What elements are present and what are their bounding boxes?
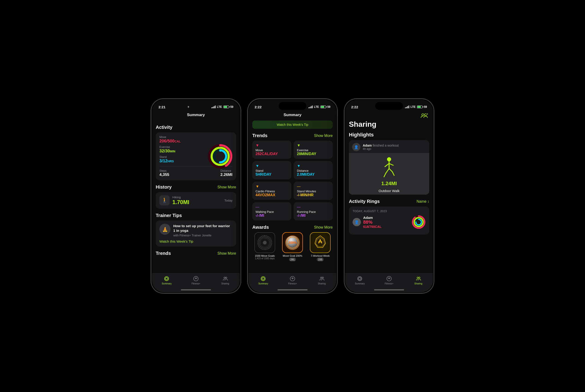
activity-rings-section[interactable]: TODAY, AUGUST 7, 2023 👤 Adam 88% 618/700…: [349, 206, 429, 234]
tab-fitness-2[interactable]: Fitness+: [278, 276, 307, 285]
trends-show-more-2[interactable]: Show More: [314, 134, 333, 138]
award-200pct-label: Move Goal 200%: [283, 254, 302, 257]
svg-point-21: [261, 276, 265, 281]
highlight-card[interactable]: 👤 Adam finished a workout 4h ago: [349, 140, 429, 194]
battery-pct-1: 59: [230, 105, 233, 108]
home-indicator-3: [374, 289, 404, 290]
trend-exercise-value: 28MIN/DAY: [297, 152, 330, 156]
trainer-tip-link[interactable]: Watch this Week's Tip: [159, 240, 232, 243]
activity-header: Activity: [156, 125, 236, 130]
summary-tab-icon-1: [164, 276, 169, 282]
fitness-tab-icon-2: [290, 276, 295, 282]
move-label: Move: [159, 136, 181, 139]
ar-person-name: Adam: [363, 216, 409, 220]
tab-fitness-1[interactable]: Fitness+: [181, 276, 211, 285]
trend-distance-arrow: ▼: [297, 164, 330, 168]
trend-cardio[interactable]: ▼ Cardio Fitness 44VO2MAX: [252, 182, 291, 200]
screen-title-1: Summary: [156, 111, 236, 120]
phone-3: 2:22 ✈ LTE 59: [344, 98, 434, 294]
trend-standmin-label: Stand Minutes: [297, 190, 330, 193]
lte-2: LTE: [314, 105, 319, 108]
trainer-tips-header: Trainer Tips: [156, 213, 236, 218]
svg-point-32: [387, 157, 391, 161]
svg-line-38: [389, 168, 392, 172]
history-date: Today: [224, 199, 232, 202]
trend-distance[interactable]: ▼ Distance 2.0MI/DAY: [294, 161, 333, 180]
dynamic-island-2: [279, 102, 306, 110]
screen-title-2: Summary: [252, 111, 333, 120]
svg-point-24: [292, 278, 293, 279]
tab-sharing-3[interactable]: Sharing: [404, 276, 433, 285]
activity-title: Activity: [156, 125, 172, 130]
svg-point-26: [322, 277, 324, 278]
trend-distance-label: Distance: [297, 169, 330, 172]
highlights-title: Highlights: [349, 132, 429, 138]
tab-sharing-1[interactable]: Sharing: [210, 276, 240, 285]
trainer-row: 🧘 How to set up your feet for warrior 1 …: [159, 224, 232, 237]
activity-card[interactable]: Move 206/500CAL Exercise 32/30MIN Stand …: [156, 132, 236, 180]
tab-summary-1[interactable]: Summary: [152, 276, 181, 285]
svg-line-35: [389, 164, 393, 165]
history-show-more[interactable]: Show More: [217, 185, 236, 189]
sharing-tab-icon-3: [416, 276, 421, 282]
tab-label-sharing-1: Sharing: [221, 282, 229, 285]
trend-standmin[interactable]: — Stand Minutes -/-MIN/HR: [294, 182, 333, 200]
svg-point-25: [321, 277, 322, 278]
trend-cardio-label: Cardio Fitness: [255, 190, 288, 193]
svg-point-47: [359, 278, 361, 280]
trend-move[interactable]: ▼ Move 282CAL/DAY: [252, 140, 291, 159]
stand-value: 3/12HRS: [159, 158, 181, 164]
tab-summary-3[interactable]: Summary: [345, 276, 375, 285]
trend-runpace[interactable]: — Running Pace -/-/MI: [294, 202, 333, 220]
phone-2: 2:22 ✈ LTE 59 Summary: [247, 98, 338, 294]
highlight-time: 4h ago: [363, 147, 399, 150]
trend-walkpace-value: -/-/MI: [255, 214, 288, 218]
move-value: 206/500CAL: [159, 139, 181, 144]
phone-1-content: Summary Activity Move 206/500CAL Ex: [152, 111, 240, 273]
phone-2-content: Summary Watch this Week's Tip Trends Sho…: [249, 111, 336, 273]
battery-2: [321, 106, 326, 108]
trainer-card[interactable]: 🧘 How to set up your feet for warrior 1 …: [156, 220, 236, 246]
ar-sort[interactable]: Name ↕: [417, 200, 429, 204]
weekly-tip-bar[interactable]: Watch this Week's Tip: [252, 120, 333, 129]
svg-line-36: [386, 168, 389, 173]
award-7workout[interactable]: 7-Workout Week 155: [308, 232, 333, 261]
history-card[interactable]: 🚶 Hiking 1.70MI Today: [156, 192, 236, 209]
tab-fitness-3[interactable]: Fitness+: [375, 276, 404, 285]
svg-point-10: [165, 278, 168, 280]
trend-stand-arrow: ▼: [255, 164, 288, 168]
status-bar-1: 2:21 ✈ LTE 59: [152, 100, 240, 111]
sharing-people-icon[interactable]: [421, 113, 428, 118]
award-200pct[interactable]: 200% Move Goal 200% 291: [280, 232, 305, 261]
trends-teaser-header: Trends Show More: [156, 251, 236, 256]
svg-text:➤: ➤: [227, 150, 229, 153]
tab-summary-2[interactable]: Summary: [249, 276, 278, 285]
trend-walkpace-arrow: —: [255, 205, 288, 209]
svg-point-9: [164, 276, 169, 281]
trends-teaser-title: Trends: [156, 251, 171, 256]
highlight-avatar: 👤: [352, 143, 360, 151]
ar-title: Activity Rings: [349, 199, 380, 204]
exercise-label: Exercise: [159, 146, 181, 149]
trends-grid: ▼ Move 282CAL/DAY ▼ Exercise 28MIN/DAY ▼…: [252, 140, 333, 220]
walk-figure-icon: [380, 155, 398, 178]
award-1500-sub: 1,415 of 1500 days: [255, 257, 274, 260]
trend-distance-value: 2.0MI/DAY: [297, 172, 330, 176]
battery-3: [417, 106, 423, 108]
sharing-title: Sharing: [349, 118, 429, 132]
trend-walkpace[interactable]: — Walking Pace -/-/MI: [252, 202, 291, 220]
trend-stand[interactable]: ▼ Stand 5HR/DAY: [252, 161, 291, 180]
awards-row: 1500 Move Goals 1,415 of 1500 days: [252, 232, 333, 261]
trends-teaser-show-more[interactable]: Show More: [217, 252, 236, 256]
trend-walkpace-label: Walking Pace: [255, 210, 288, 214]
ar-person-row: 👤 Adam 88% 618/700CAL: [353, 213, 426, 231]
trend-cardio-arrow: ▼: [255, 184, 288, 188]
awards-show-more[interactable]: Show More: [314, 225, 333, 230]
tab-sharing-2[interactable]: Sharing: [307, 276, 336, 285]
trend-exercise[interactable]: ▼ Exercise 28MIN/DAY: [294, 140, 333, 159]
tab-label-fitness-2: Fitness+: [288, 282, 297, 285]
award-1500[interactable]: 1500 Move Goals 1,415 of 1500 days: [252, 232, 277, 261]
tab-label-summary-2: Summary: [258, 282, 268, 285]
signal-bars-1: [211, 106, 216, 108]
home-indicator-2: [277, 289, 308, 290]
